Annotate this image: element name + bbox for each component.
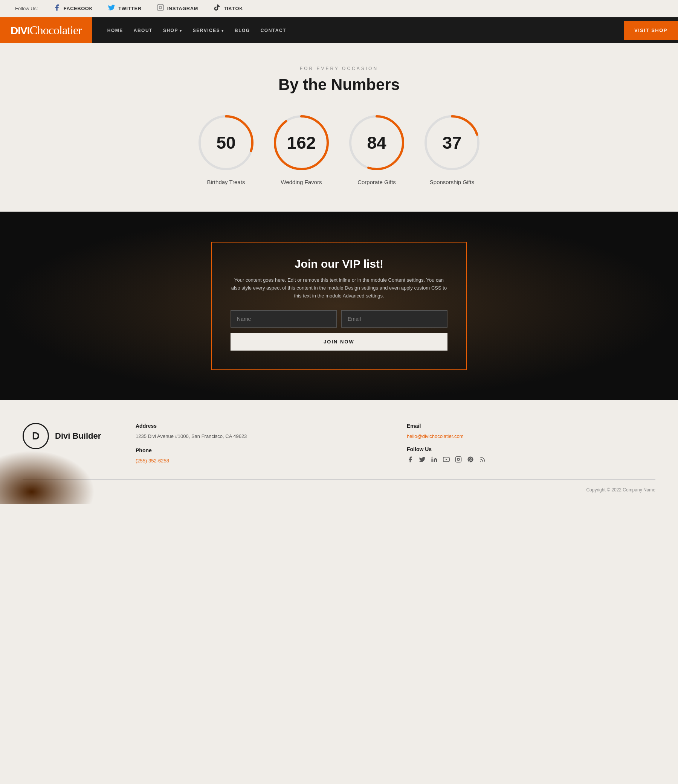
stats-grid: 50 Birthday Treats 162 Wedding Favors: [15, 113, 663, 185]
svg-rect-0: [157, 5, 164, 11]
footer-contact-col: Email hello@divichocolatier.com Follow U…: [407, 423, 655, 464]
name-input[interactable]: [231, 310, 337, 328]
footer-social-icons: [407, 456, 655, 464]
stat-corporate: 84 Corporate Gifts: [346, 113, 407, 185]
nav-home[interactable]: HOME: [108, 28, 123, 33]
nav-shop[interactable]: SHOP: [163, 28, 182, 33]
follow-label: Follow Us:: [15, 6, 38, 11]
stat-sponsorship: 37 Sponsorship Gifts: [422, 113, 482, 185]
footer-pinterest-icon[interactable]: [467, 456, 474, 464]
email-input[interactable]: [341, 310, 447, 328]
nav-services[interactable]: SERVICES: [193, 28, 224, 33]
footer-instagram-icon[interactable]: [455, 456, 462, 464]
circle-sponsorship: 37: [422, 113, 482, 173]
stats-subtitle: FOR EVERY OCCASION: [15, 66, 663, 71]
nav-contact[interactable]: CONTACT: [261, 28, 286, 33]
vip-section: Join our VIP list! Your content goes her…: [0, 212, 678, 400]
stat-label-wedding: Wedding Favors: [281, 179, 322, 185]
stats-title: By the Numbers: [15, 76, 663, 94]
visit-shop-button[interactable]: VISIT SHOP: [624, 21, 678, 40]
twitter-icon: [108, 4, 115, 13]
logo-area[interactable]: DIVIChocolatier: [0, 17, 92, 43]
footer-main: D Divi Builder Address 1235 Divi Avenue …: [23, 423, 655, 464]
header: DIVIChocolatier HOME ABOUT SHOP SERVICES…: [0, 17, 678, 43]
footer-address-heading: Address: [136, 423, 384, 429]
stat-number-corporate: 84: [367, 132, 386, 153]
logo-bold: DIVI: [11, 25, 30, 37]
stat-number-birthday: 50: [216, 132, 235, 153]
tiktok-link[interactable]: TIKTOK: [213, 4, 243, 13]
stat-label-birthday: Birthday Treats: [207, 179, 245, 185]
svg-marker-12: [446, 459, 447, 460]
logo-script: Chocolatier: [30, 23, 81, 37]
footer-email-address[interactable]: hello@divichocolatier.com: [407, 433, 464, 439]
svg-point-2: [162, 6, 162, 6]
footer-address-col: Address 1235 Divi Avenue #1000, San Fran…: [136, 423, 384, 464]
footer-address-text: 1235 Divi Avenue #1000, San Francisco, C…: [136, 432, 384, 440]
chocolate-splash-decoration: [0, 443, 106, 504]
stat-number-wedding: 162: [287, 132, 316, 153]
stat-birthday: 50 Birthday Treats: [196, 113, 256, 185]
tiktok-icon: [213, 4, 221, 13]
instagram-icon: [157, 4, 164, 13]
join-now-button[interactable]: JOIN NOW: [231, 333, 447, 351]
footer-rss-icon[interactable]: [479, 456, 486, 464]
footer-phone-number[interactable]: (255) 352-6258: [136, 458, 169, 464]
footer-facebook-icon[interactable]: [407, 456, 414, 464]
vip-form-row: [231, 310, 447, 328]
tiktok-label: TIKTOK: [224, 6, 243, 11]
instagram-label: INSTAGRAM: [167, 6, 198, 11]
svg-point-16: [480, 461, 481, 462]
footer-twitter-icon[interactable]: [419, 456, 426, 464]
stat-label-corporate: Corporate Gifts: [357, 179, 396, 185]
footer-linkedin-icon[interactable]: [431, 456, 438, 464]
vip-form-container: Join our VIP list! Your content goes her…: [211, 242, 467, 370]
circle-birthday: 50: [196, 113, 256, 173]
stats-section: FOR EVERY OCCASION By the Numbers 50 Bir…: [0, 43, 678, 212]
circle-corporate: 84: [346, 113, 407, 173]
twitter-link[interactable]: TWITTER: [108, 4, 141, 13]
footer-copyright: Copyright © 2022 Company Name: [23, 479, 655, 493]
stat-wedding: 162 Wedding Favors: [271, 113, 332, 185]
logo: DIVIChocolatier: [11, 23, 82, 37]
footer: D Divi Builder Address 1235 Divi Avenue …: [0, 400, 678, 504]
vip-title: Join our VIP list!: [231, 258, 447, 271]
facebook-link[interactable]: FACEBOOK: [53, 4, 93, 13]
footer-follow-heading: Follow Us: [407, 446, 655, 452]
footer-email-heading: Email: [407, 423, 655, 429]
svg-point-11: [432, 457, 433, 458]
footer-youtube-icon[interactable]: [443, 456, 450, 464]
instagram-link[interactable]: INSTAGRAM: [157, 4, 198, 13]
svg-point-14: [457, 458, 460, 460]
svg-point-1: [159, 6, 162, 9]
footer-phone-heading: Phone: [136, 447, 384, 453]
footer-logo-name: Divi Builder: [55, 431, 101, 441]
svg-rect-13: [456, 457, 461, 462]
vip-description: Your content goes here. Edit or remove t…: [231, 276, 447, 300]
circle-wedding: 162: [271, 113, 332, 173]
footer-logo-letter: D: [32, 430, 39, 442]
stat-number-sponsorship: 37: [442, 132, 461, 153]
facebook-label: FACEBOOK: [64, 6, 93, 11]
facebook-icon: [53, 4, 61, 13]
social-bar: Follow Us: FACEBOOK TWITTER INSTAGRAM TI…: [0, 0, 678, 17]
nav-about[interactable]: ABOUT: [134, 28, 153, 33]
nav-links: HOME ABOUT SHOP SERVICES BLOG CONTACT: [92, 28, 624, 33]
svg-point-15: [460, 458, 460, 459]
stat-label-sponsorship: Sponsorship Gifts: [430, 179, 474, 185]
twitter-label: TWITTER: [118, 6, 141, 11]
copyright-text: Copyright © 2022 Company Name: [586, 487, 655, 493]
nav-blog[interactable]: BLOG: [235, 28, 250, 33]
